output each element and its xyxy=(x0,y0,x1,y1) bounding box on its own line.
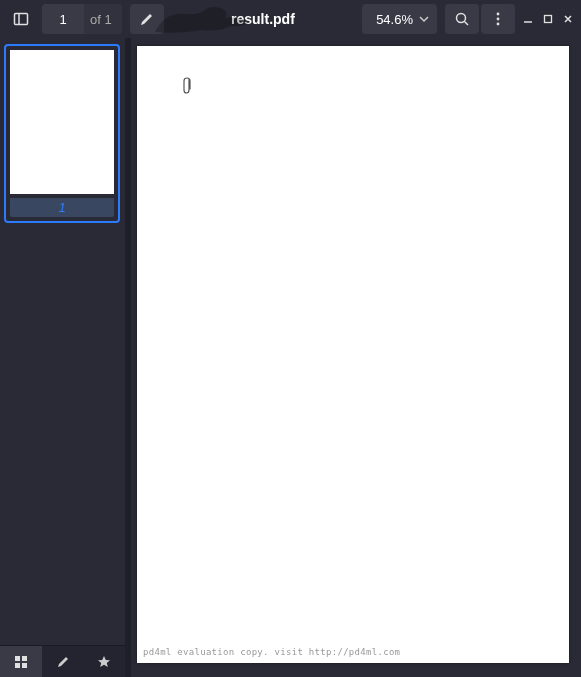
sidebar: 1 xyxy=(0,38,125,677)
minimize-button[interactable] xyxy=(523,14,533,24)
svg-point-6 xyxy=(497,23,500,26)
attachment-paperclip-icon xyxy=(181,76,193,96)
svg-point-4 xyxy=(497,13,500,16)
page-navigator: of 1 xyxy=(42,4,122,34)
kebab-menu-icon xyxy=(490,11,506,27)
toolbar: of 1 result.pdf 54.6% xyxy=(0,0,581,38)
maximize-icon xyxy=(543,14,553,24)
sidebar-toggle-button[interactable] xyxy=(4,4,38,34)
close-icon xyxy=(563,14,573,24)
sidebar-tab-annotations[interactable] xyxy=(42,646,84,677)
main-area: 1 xyxy=(0,38,581,677)
zoom-dropdown[interactable]: 54.6% xyxy=(362,4,437,34)
menu-button[interactable] xyxy=(481,4,515,34)
pencil-icon xyxy=(56,655,70,669)
pdf-page: pd4ml evaluation copy. visit http://pd4m… xyxy=(137,46,569,663)
thumbnail-panel: 1 xyxy=(0,38,125,645)
document-viewer[interactable]: pd4ml evaluation copy. visit http://pd4m… xyxy=(131,38,581,677)
thumbnail-item[interactable]: 1 xyxy=(4,44,120,223)
svg-rect-9 xyxy=(15,656,20,661)
zoom-value: 54.6% xyxy=(376,12,413,27)
sidebar-tab-bookmarks[interactable] xyxy=(83,646,125,677)
svg-rect-0 xyxy=(15,14,28,25)
document-title: result.pdf xyxy=(166,11,360,27)
svg-point-5 xyxy=(497,18,500,21)
annotate-button[interactable] xyxy=(130,4,164,34)
maximize-button[interactable] xyxy=(543,14,553,24)
svg-rect-11 xyxy=(15,663,20,668)
chevron-down-icon xyxy=(419,14,429,24)
watermark-text: pd4ml evaluation copy. visit http://pd4m… xyxy=(143,647,400,657)
svg-rect-8 xyxy=(545,16,552,23)
grid-icon xyxy=(14,655,28,669)
sidebar-tab-thumbnails[interactable] xyxy=(0,646,42,677)
thumbnail-preview xyxy=(10,50,114,194)
pencil-icon xyxy=(139,11,155,27)
search-icon xyxy=(454,11,470,27)
minimize-icon xyxy=(523,14,533,24)
svg-line-3 xyxy=(465,22,469,26)
search-button[interactable] xyxy=(445,4,479,34)
thumbnail-page-label: 1 xyxy=(10,198,114,217)
sidebar-icon xyxy=(13,11,29,27)
svg-point-2 xyxy=(457,14,466,23)
close-button[interactable] xyxy=(563,14,573,24)
page-number-input[interactable] xyxy=(42,4,84,34)
window-controls xyxy=(523,14,573,24)
star-icon xyxy=(97,655,111,669)
svg-rect-12 xyxy=(22,663,27,668)
sidebar-tabs xyxy=(0,645,125,677)
page-total-label: of 1 xyxy=(84,4,122,34)
svg-rect-10 xyxy=(22,656,27,661)
